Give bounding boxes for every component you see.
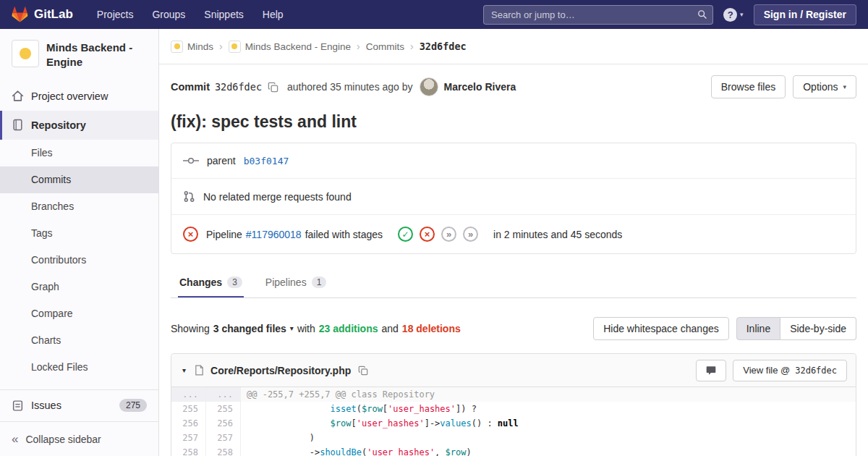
- main-menu: Projects Groups Snippets Help: [89, 4, 292, 25]
- tab-changes[interactable]: Changes 3: [178, 269, 244, 297]
- breadcrumb-project[interactable]: Minds Backend - Engine: [229, 41, 351, 53]
- sidebar-item-branches[interactable]: Branches: [0, 193, 158, 220]
- search-input[interactable]: [483, 5, 713, 25]
- and-label: and: [381, 323, 398, 334]
- menu-help[interactable]: Help: [255, 4, 292, 25]
- help-icon: ?: [723, 8, 737, 22]
- stage-skipped-icon[interactable]: »: [463, 227, 478, 242]
- parent-sha-link[interactable]: b03f0147: [244, 156, 289, 166]
- commit-sha: 32d6fdec: [215, 81, 262, 93]
- changed-files-dropdown[interactable]: 3 changed files ▾: [213, 323, 294, 334]
- pipeline-id-link[interactable]: #117960018: [246, 229, 302, 240]
- pipeline-row: × Pipeline #117960018 failed with stages…: [171, 215, 856, 253]
- sign-in-button[interactable]: Sign in / Register: [754, 4, 856, 25]
- deletions-count: 18 deletions: [402, 323, 461, 334]
- stage-success-icon[interactable]: ✓: [398, 227, 413, 242]
- sidebar-item-compare[interactable]: Compare: [0, 300, 158, 327]
- toggle-comments-button[interactable]: [696, 360, 726, 381]
- author-avatar[interactable]: [420, 77, 438, 96]
- stage-failed-icon[interactable]: ×: [420, 227, 435, 242]
- menu-snippets[interactable]: Snippets: [196, 4, 251, 25]
- diff-summary: Showing 3 changed files ▾ with 23 additi…: [171, 317, 856, 340]
- breadcrumb-current-sha: 32d6fdec: [420, 41, 467, 52]
- sidebar-item-contributors[interactable]: Contributors: [0, 247, 158, 274]
- new-line-number[interactable]: 255: [206, 402, 241, 416]
- project-avatar: [12, 40, 39, 67]
- old-line-number[interactable]: 257: [171, 431, 206, 445]
- pipeline-failed-icon: ×: [183, 227, 198, 242]
- stage-skipped-icon[interactable]: »: [441, 227, 456, 242]
- pipeline-text: Pipeline #117960018 failed with stages: [206, 229, 383, 240]
- code-line: ): [241, 431, 856, 445]
- breadcrumb-group[interactable]: Minds: [171, 41, 213, 53]
- file-path-link[interactable]: Core/Reports/Repository.php: [210, 365, 351, 376]
- sidebar-item-commits[interactable]: Commits: [0, 166, 158, 193]
- brand-name: GitLab: [34, 7, 73, 22]
- menu-groups[interactable]: Groups: [144, 4, 193, 25]
- old-line-number[interactable]: 255: [171, 402, 206, 416]
- sidebar-item-graph[interactable]: Graph: [0, 274, 158, 300]
- chevron-down-icon: ▾: [843, 84, 846, 90]
- sidebar-item-project-overview[interactable]: Project overview: [0, 82, 158, 111]
- sidebar-item-repository[interactable]: Repository: [0, 111, 158, 140]
- collapse-sidebar-button[interactable]: « Collapse sidebar: [0, 421, 158, 456]
- help-menu[interactable]: ? ▾: [723, 8, 744, 22]
- commit-icon: [183, 156, 199, 166]
- sidebar-item-label: Project overview: [31, 90, 108, 102]
- project-home-link[interactable]: Minds Backend - Engine: [0, 29, 158, 77]
- browse-files-button[interactable]: Browse files: [711, 75, 786, 98]
- home-icon: [12, 90, 24, 102]
- breadcrumb-separator: ›: [219, 41, 223, 52]
- copy-file-path-button[interactable]: [357, 364, 370, 377]
- author-name[interactable]: Marcelo Rivera: [444, 81, 516, 93]
- pipeline-mini-graph: ✓ × » »: [398, 227, 478, 242]
- diff-row: 255255 isset($row['user_hashes']) ?: [171, 402, 856, 416]
- collapse-diff-icon[interactable]: ▾: [180, 364, 188, 376]
- old-line-number[interactable]: 256: [171, 416, 206, 431]
- sidebar-item-locked-files[interactable]: Locked Files: [0, 354, 158, 381]
- commit-header: Commit 32d6fdec authored 35 minutes ago …: [171, 75, 856, 98]
- sidebar-item-label: Issues: [31, 400, 61, 411]
- options-dropdown-button[interactable]: Options▾: [793, 75, 856, 98]
- new-line-number[interactable]: 256: [206, 416, 241, 431]
- code-line: $row['user_hashes']->values() : null: [241, 416, 856, 431]
- project-sidebar: Minds Backend - Engine Project overview …: [0, 29, 159, 456]
- breadcrumb-commits[interactable]: Commits: [366, 41, 404, 52]
- side-by-side-view-button[interactable]: Side-by-side: [780, 317, 856, 340]
- with-label: with: [297, 323, 315, 334]
- merge-request-icon: [183, 190, 195, 203]
- diff-row: 256256 $row['user_hashes']->values() : n…: [171, 416, 856, 431]
- merge-request-text: No related merge requests found: [203, 191, 352, 203]
- code-line: isset($row['user_hashes']) ?: [241, 402, 856, 416]
- gitlab-logo[interactable]: GitLab: [12, 7, 73, 22]
- copy-sha-button[interactable]: [266, 80, 280, 94]
- breadcrumb: Minds › Minds Backend - Engine › Commits…: [159, 29, 868, 64]
- collapse-icon: «: [12, 432, 18, 447]
- code-line: @@ -255,7 +255,7 @@ class Repository: [241, 387, 856, 402]
- tab-pipelines[interactable]: Pipelines 1: [264, 269, 328, 297]
- sidebar-item-issues[interactable]: Issues 275: [0, 389, 158, 421]
- repo-subitems: FilesCommitsBranchesTagsContributorsGrap…: [0, 140, 158, 381]
- commit-label: Commit: [171, 81, 210, 93]
- inline-view-button[interactable]: Inline: [736, 317, 780, 340]
- gitlab-commit-page: GitLab Projects Groups Snippets Help ? ▾…: [0, 0, 868, 456]
- sidebar-item-files[interactable]: Files: [0, 140, 158, 166]
- navbar-right: ? ▾ Sign in / Register: [483, 4, 856, 25]
- menu-projects[interactable]: Projects: [89, 4, 142, 25]
- parent-row: parent b03f0147: [171, 143, 856, 179]
- new-line-number[interactable]: 258: [206, 445, 241, 456]
- old-line-number[interactable]: ...: [171, 387, 206, 402]
- hide-whitespace-button[interactable]: Hide whitespace changes: [593, 317, 729, 340]
- chevron-down-icon: ▾: [290, 325, 294, 332]
- search-icon[interactable]: [697, 9, 707, 22]
- showing-label: Showing: [171, 323, 210, 334]
- sidebar-item-charts[interactable]: Charts: [0, 327, 158, 354]
- pipeline-duration: in 2 minutes and 45 seconds: [493, 229, 622, 240]
- view-file-button[interactable]: View file @ 32d6fdec: [733, 360, 847, 381]
- new-line-number[interactable]: 257: [206, 431, 241, 445]
- commit-title: (fix): spec tests and lint: [171, 112, 856, 132]
- new-line-number[interactable]: ...: [206, 387, 241, 402]
- minds-project-icon: [229, 41, 241, 53]
- sidebar-item-tags[interactable]: Tags: [0, 220, 158, 247]
- old-line-number[interactable]: 258: [171, 445, 206, 456]
